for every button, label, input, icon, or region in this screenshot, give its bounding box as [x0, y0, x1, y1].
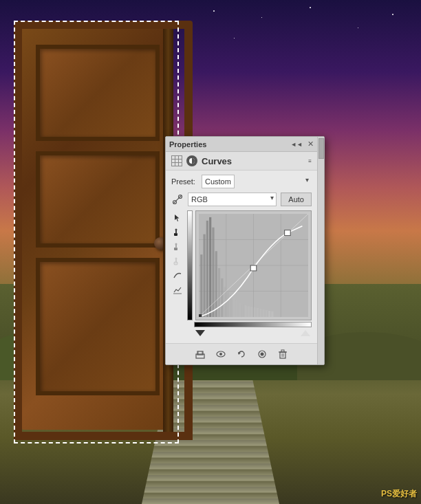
svg-point-53: [219, 353, 222, 355]
grid-icon[interactable]: [171, 155, 182, 166]
svg-rect-23: [206, 221, 208, 317]
white-point[interactable]: [301, 330, 310, 336]
svg-rect-38: [250, 307, 252, 317]
black-point[interactable]: [195, 330, 205, 336]
circle-icon[interactable]: [186, 155, 197, 166]
curve-draw-button[interactable]: [171, 270, 184, 282]
svg-line-3: [173, 195, 182, 204]
close-button[interactable]: ✕: [307, 140, 314, 148]
svg-rect-39: [254, 307, 256, 317]
svg-rect-21: [200, 254, 202, 317]
svg-point-56: [261, 353, 264, 356]
pointer-tool-button[interactable]: [171, 212, 184, 224]
svg-rect-40: [257, 308, 259, 317]
svg-rect-27: [218, 268, 220, 317]
svg-rect-49: [199, 314, 202, 317]
panel-titlebar: Properties ◄◄ ✕: [166, 137, 317, 152]
svg-rect-30: [227, 292, 229, 317]
clip-layer-button[interactable]: [193, 347, 207, 361]
graph-container: [187, 210, 312, 336]
panel-title-controls: ◄◄ ✕: [288, 140, 314, 149]
svg-point-12: [175, 258, 177, 260]
star: [392, 14, 393, 15]
svg-rect-28: [221, 278, 223, 317]
svg-rect-34: [239, 302, 241, 317]
black-point-container: [195, 330, 205, 336]
eyedropper-light-button[interactable]: [171, 255, 184, 267]
eyedropper-mid-button[interactable]: [171, 241, 184, 253]
svg-rect-45: [271, 311, 273, 317]
curves-bottom: [187, 330, 312, 336]
panel-menu-button[interactable]: ≡: [308, 158, 312, 164]
v-gradient: [187, 210, 193, 320]
star: [213, 10, 215, 12]
svg-rect-59: [281, 350, 284, 352]
svg-rect-42: [262, 309, 264, 317]
svg-point-9: [175, 243, 177, 245]
h-gradient-container: [194, 320, 312, 327]
graph-with-vbar: [187, 210, 312, 320]
preset-select-wrapper: Custom: [202, 175, 312, 188]
panel-body: Preset: Custom: [166, 171, 317, 340]
star: [310, 7, 311, 8]
vertical-gradient-bar: [187, 210, 194, 320]
curves-svg: [199, 214, 308, 317]
curves-graph-inner: [199, 214, 308, 317]
preset-select[interactable]: Custom: [202, 175, 235, 188]
properties-panel: Properties ◄◄ ✕: [165, 136, 325, 365]
star: [358, 28, 358, 28]
svg-rect-48: [285, 230, 291, 236]
show-hide-button[interactable]: [255, 347, 269, 361]
panel-title-left: Properties: [169, 140, 206, 149]
star: [234, 38, 235, 39]
panel-title: Properties: [169, 140, 206, 149]
tool-buttons: [171, 210, 185, 336]
delete-button[interactable]: [276, 347, 290, 361]
scrollbar-thumb[interactable]: [319, 138, 324, 159]
svg-rect-32: [233, 298, 235, 317]
curves-graph[interactable]: [195, 210, 312, 320]
svg-rect-36: [245, 305, 247, 317]
panel-main: Properties ◄◄ ✕: [166, 137, 317, 364]
svg-rect-41: [259, 309, 261, 317]
svg-rect-22: [203, 234, 205, 317]
channel-select-wrapper: RGB: [188, 193, 277, 206]
channel-select[interactable]: RGB: [188, 193, 277, 206]
svg-rect-47: [250, 265, 257, 271]
svg-rect-43: [266, 310, 268, 317]
star: [261, 17, 262, 18]
collapse-button[interactable]: ◄◄: [288, 140, 305, 149]
svg-rect-35: [241, 304, 244, 317]
horizontal-gradient-bar: [194, 322, 312, 327]
svg-rect-37: [248, 306, 250, 317]
svg-point-6: [175, 229, 177, 231]
curves-adjust-icon: [171, 193, 184, 206]
svg-rect-26: [215, 251, 217, 317]
panel-scrollbar[interactable]: [317, 137, 324, 364]
curves-area: [171, 210, 312, 336]
channel-row: RGB Auto: [171, 193, 312, 206]
preset-label: Preset:: [171, 177, 197, 186]
visibility-button[interactable]: [214, 347, 228, 361]
preset-row: Preset: Custom: [171, 175, 312, 188]
panel-footer: [166, 343, 317, 364]
watermark: PS爱好者: [381, 488, 417, 500]
section-title: Curves: [202, 156, 232, 166]
smooth-tool-button[interactable]: [171, 284, 184, 296]
svg-marker-54: [238, 352, 241, 355]
panel-section-header: Curves ≡: [166, 152, 317, 171]
svg-rect-44: [268, 311, 270, 317]
svg-rect-24: [209, 217, 211, 317]
svg-rect-33: [236, 300, 238, 317]
reset-button[interactable]: [235, 347, 248, 361]
eyedropper-dark-button[interactable]: [171, 226, 184, 239]
panel-with-scroll: Properties ◄◄ ✕: [166, 137, 324, 364]
auto-button[interactable]: Auto: [281, 193, 312, 206]
svg-rect-57: [280, 352, 285, 358]
white-point-container: [301, 330, 310, 336]
